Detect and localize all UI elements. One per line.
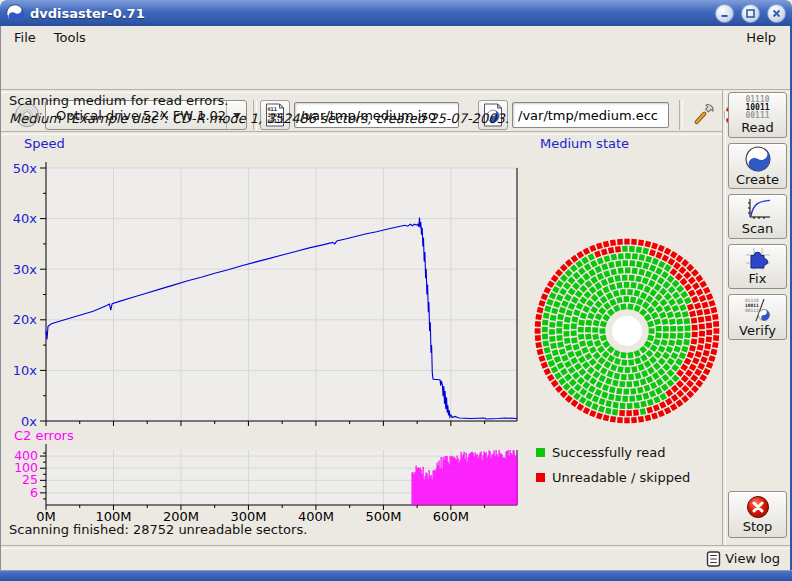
menu-file[interactable]: File [5,28,45,47]
maximize-button[interactable] [741,4,760,23]
medium-state-title: Medium state [540,136,629,151]
verify-label: Verify [739,323,776,338]
good-swatch-icon [536,448,545,457]
window-title: dvdisaster-0.71 [30,6,145,21]
svg-text:0M: 0M [36,509,56,523]
app-logo-yinyang-icon [6,4,24,22]
svg-text:00111: 00111 [745,308,759,313]
toolbar-separator [679,100,683,130]
create-label: Create [736,172,779,187]
maximize-icon [745,8,756,19]
dvdisaster-window: dvdisaster-0.71 File Tools Help [0,0,792,581]
menubar: File Tools Help [1,26,790,48]
svg-text:10x: 10x [13,363,38,378]
minimize-icon [719,8,730,19]
svg-text:200M: 200M [163,509,199,523]
menu-tools[interactable]: Tools [45,28,95,47]
svg-text:400M: 400M [298,509,334,523]
svg-text:50x: 50x [13,161,38,176]
verify-button[interactable]: 01110 10011 00111 Verify [728,294,787,340]
fix-label: Fix [749,271,767,286]
medium-state-disc [520,232,735,432]
log-list-icon [706,551,721,567]
svg-text:20x: 20x [13,312,38,327]
medium-state-legend: Successfully read Unreadable / skipped [536,440,690,490]
create-button[interactable]: Create [728,143,787,189]
create-yinyang-icon [745,146,771,172]
titlebar[interactable]: dvdisaster-0.71 [0,0,792,26]
footer-bar: View log [1,547,790,570]
svg-text:400: 400 [14,448,38,463]
verify-icon: 01110 10011 00111 [744,297,771,323]
stop-icon [746,495,770,519]
view-log-label: View log [725,551,780,566]
view-log-button[interactable]: View log [706,551,780,567]
close-button[interactable] [767,4,786,23]
svg-text:0x: 0x [21,414,37,428]
legend-good-label: Successfully read [552,445,665,460]
legend-item-good: Successfully read [536,440,690,465]
sidebar-separator [722,90,726,545]
ecc-path-input[interactable] [512,102,669,128]
menu-help[interactable]: Help [736,28,786,47]
fix-puzzle-icon [745,247,771,271]
minimize-button[interactable] [715,4,734,23]
status-line-1: Scanning medium for read errors. [9,93,228,108]
bad-swatch-icon [536,473,545,482]
status-separator [1,131,722,135]
svg-text:100M: 100M [95,509,131,523]
wrench-icon [689,102,716,129]
speed-chart: 0x10x20x30x40x50x [0,155,530,427]
close-icon [771,8,782,19]
scan-label: Scan [742,221,774,236]
window-frame-left [0,26,1,581]
svg-text:500M: 500M [365,509,401,523]
stop-label: Stop [743,519,773,534]
scan-button[interactable]: Scan [728,194,787,239]
speed-chart-title: Speed [24,136,65,151]
scan-curve-icon [745,197,771,221]
c2-errors-chart: 6251004000M100M200M300M400M500M600M [0,437,530,523]
svg-text:300M: 300M [230,509,266,523]
stop-button[interactable]: Stop [728,491,787,538]
svg-text:600M: 600M [433,509,469,523]
toolbar: Optical drive 52X FW 1.02 011 10011 0011… [1,48,790,89]
status-line-2: Medium "Example disc": CD-R mode 1, 3524… [9,111,509,126]
fix-button[interactable]: Fix [728,244,787,289]
legend-item-bad: Unreadable / skipped [536,465,690,490]
scan-result-text: Scanning finished: 28752 unreadable sect… [9,522,307,537]
legend-bad-label: Unreadable / skipped [552,470,690,485]
window-frame-bottom[interactable] [0,570,792,581]
read-button[interactable]: 01110 10011 00111 Read [728,92,787,138]
svg-text:40x: 40x [13,211,38,226]
svg-text:30x: 30x [13,262,38,277]
read-label: Read [741,120,774,135]
preferences-button[interactable] [687,100,717,130]
read-binary-icon: 01110 10011 00111 [745,96,769,120]
